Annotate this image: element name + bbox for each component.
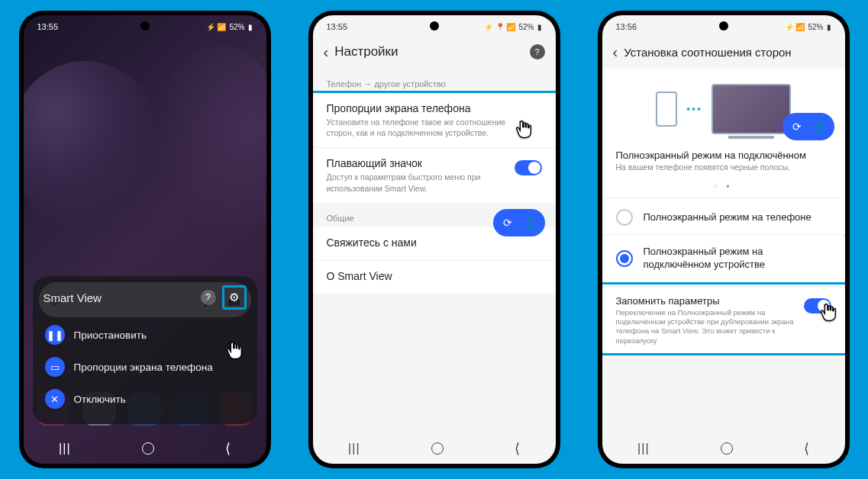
close-icon: ✕	[45, 389, 65, 409]
remember-setting[interactable]: Запомнить параметры Переключение на Полн…	[602, 287, 845, 355]
phone-illustration-icon	[656, 92, 677, 127]
header-title: Настройки	[334, 44, 398, 59]
pause-button[interactable]: ❚❚ Приостановить	[44, 319, 247, 351]
floating-icon-setting[interactable]: Плавающий значок Доступ к параметрам быс…	[313, 147, 556, 202]
setting-subtitle: Установите на телефоне такое же соотноше…	[327, 117, 542, 138]
about-item[interactable]: О Smart View	[313, 260, 556, 294]
nav-bar: ||| ⟨	[602, 433, 845, 464]
cursor-hand-icon	[224, 340, 245, 362]
phone-1-home: 13:55 ⚡ 📶 52% ▮ G 🎤 📷 Smart View ? ⚙	[19, 11, 271, 468]
wallpaper-decoration	[24, 61, 161, 229]
wallpaper-decoration	[152, 46, 266, 244]
settings-gear-icon[interactable]: ⚙	[222, 285, 247, 310]
ratio-label: Пропорции экрана телефона	[74, 362, 213, 373]
mode-subtitle: На вашем телефоне появятся черные полосы…	[602, 162, 845, 179]
disconnect-button[interactable]: ✕ Отключить	[44, 383, 247, 415]
person-icon[interactable]: 👤	[810, 117, 830, 137]
nav-back-icon[interactable]: ⟨	[515, 440, 520, 457]
page-indicator: ○ ●	[602, 179, 845, 198]
radio-icon	[616, 209, 633, 226]
nav-home-icon[interactable]	[142, 442, 154, 455]
help-icon[interactable]: ?	[201, 290, 216, 305]
nav-recent-icon[interactable]: |||	[59, 442, 70, 455]
setting-title: Плавающий значок	[327, 157, 515, 169]
toggle-switch[interactable]	[515, 160, 542, 175]
nav-recent-icon[interactable]: |||	[348, 442, 360, 455]
nav-bar: ||| ⟨	[313, 433, 556, 464]
radio-fullscreen-device[interactable]: Полноэкранный режим на подключённом устр…	[602, 234, 845, 285]
smartview-title: Smart View	[44, 291, 102, 304]
camera-notch	[140, 21, 150, 31]
ratio-icon: ▭	[45, 357, 65, 377]
pause-icon: ❚❚	[45, 325, 65, 345]
tv-illustration-icon	[712, 84, 791, 134]
aspect-ratio-button[interactable]: ▭ Пропорции экрана телефона	[44, 351, 247, 383]
person-icon[interactable]: 👤	[521, 213, 540, 233]
setting-subtitle: Доступ к параметрам быстрого меню при ис…	[327, 172, 515, 193]
pause-label: Приостановить	[74, 330, 147, 341]
nav-home-icon[interactable]	[431, 442, 444, 455]
nav-back-icon[interactable]: ⟨	[804, 440, 809, 457]
radio-label: Полноэкранный режим на телефоне	[644, 211, 812, 224]
refresh-icon[interactable]: ⟳	[498, 213, 518, 233]
status-time: 13:56	[616, 22, 637, 31]
cursor-hand-icon	[818, 302, 839, 323]
status-icons: ⚡ 📶 52% ▮	[785, 23, 831, 31]
radio-label: Полноэкранный режим на подключённом устр…	[644, 246, 831, 272]
floating-action-button[interactable]: ⟳ 👤	[782, 113, 834, 140]
setting-title: Пропорции экрана телефона	[327, 102, 542, 114]
nav-home-icon[interactable]	[721, 442, 733, 455]
help-icon[interactable]: ?	[530, 44, 545, 59]
nav-bar: ||| ⟨	[24, 433, 266, 464]
settings-header: ‹ Настройки ?	[313, 35, 556, 69]
status-icons: ⚡ 📶 52% ▮	[206, 23, 253, 31]
dots-icon: •••	[686, 103, 702, 115]
setting-subtitle: Переключение на Полноэкранный режим на п…	[616, 308, 796, 346]
nav-recent-icon[interactable]: |||	[637, 442, 649, 455]
setting-title: О Smart View	[327, 270, 542, 282]
disconnect-label: Отключить	[74, 394, 126, 405]
mode-title: Полноэкранный режим на подключённом	[602, 142, 845, 162]
setting-title: Свяжитесь с нами	[327, 236, 542, 249]
setting-title: Запомнить параметры	[616, 295, 796, 307]
phone-3-aspect-ratio: 13:56 ⚡ 📶 52% ▮ ‹ Установка соотношения …	[598, 11, 850, 468]
cursor-hand-icon	[513, 119, 534, 140]
refresh-icon[interactable]: ⟳	[787, 117, 807, 137]
status-icons: ⚡ 📍 📶 52% ▮	[484, 23, 542, 31]
back-arrow-icon[interactable]: ‹	[324, 43, 329, 61]
section-label: Телефон → другое устройство	[313, 69, 556, 93]
status-time: 13:55	[327, 22, 348, 31]
phone-2-settings: 13:55 ⚡ 📍 📶 52% ▮ ‹ Настройки ? Телефон …	[308, 11, 560, 468]
radio-fullscreen-phone[interactable]: Полноэкранный режим на телефоне	[602, 198, 845, 236]
camera-notch	[430, 21, 439, 31]
status-time: 13:55	[37, 22, 59, 31]
nav-back-icon[interactable]: ⟨	[225, 440, 231, 457]
camera-notch	[719, 21, 728, 31]
radio-checked-icon	[616, 250, 633, 267]
floating-action-button[interactable]: ⟳ 👤	[493, 209, 545, 236]
